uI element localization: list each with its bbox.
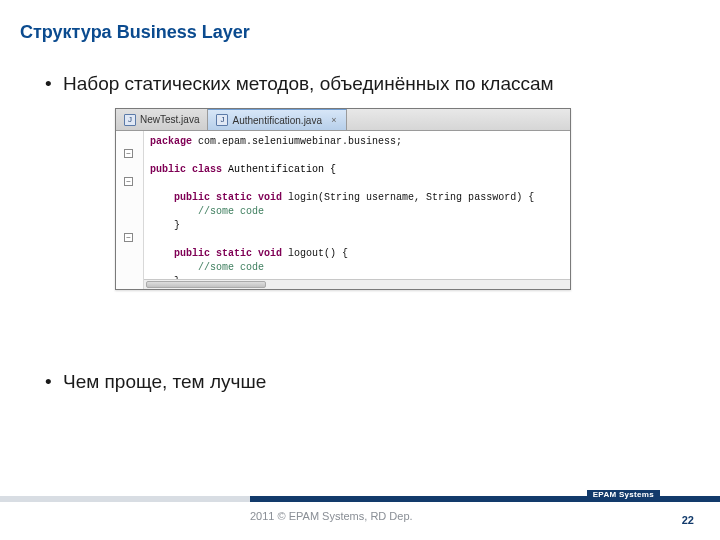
- gutter: − − −: [116, 131, 144, 289]
- keyword: package: [150, 136, 192, 147]
- bullet-list-1: • Набор статических методов, объединённы…: [45, 72, 665, 102]
- ide-window: J NewTest.java J Authentification.java ×…: [115, 108, 571, 290]
- comment: //some code: [198, 206, 264, 217]
- java-file-icon: J: [216, 114, 228, 126]
- code-text: Authentification {: [222, 164, 336, 175]
- code-text: com.epam.seleniumwebinar.business;: [192, 136, 402, 147]
- keyword: public: [174, 192, 210, 203]
- scrollbar-thumb[interactable]: [146, 281, 266, 288]
- horizontal-scrollbar[interactable]: [144, 279, 570, 289]
- page-number: 22: [682, 514, 694, 526]
- tab-newtest[interactable]: J NewTest.java: [116, 109, 208, 130]
- comment: //some code: [198, 262, 264, 273]
- footer-bar-light: [0, 496, 250, 502]
- keyword: static: [216, 248, 252, 259]
- code-text: }: [174, 220, 180, 231]
- bullet-item: • Набор статических методов, объединённы…: [45, 72, 665, 96]
- slide-title: Структура Business Layer: [20, 22, 250, 43]
- keyword: public: [174, 248, 210, 259]
- bullet-dot-icon: •: [45, 370, 63, 394]
- fold-toggle-icon[interactable]: −: [124, 177, 133, 186]
- footer-brand: EPAM Systems: [587, 490, 660, 498]
- keyword: class: [192, 164, 222, 175]
- bullet-list-2: • Чем проще, тем лучше: [45, 370, 665, 400]
- footer-copyright: 2011 © EPAM Systems, RD Dep.: [250, 510, 413, 522]
- keyword: public: [150, 164, 186, 175]
- fold-toggle-icon[interactable]: −: [124, 149, 133, 158]
- code-text: login(String username, String password) …: [282, 192, 534, 203]
- slide: Структура Business Layer • Набор статиче…: [0, 0, 720, 540]
- keyword: static: [216, 192, 252, 203]
- tab-label: Authentification.java: [232, 115, 322, 126]
- tab-label: NewTest.java: [140, 114, 199, 125]
- footer: EPAM Systems 2011 © EPAM Systems, RD Dep…: [0, 490, 720, 540]
- code-area[interactable]: package com.epam.seleniumwebinar.busines…: [144, 131, 570, 289]
- bullet-item: • Чем проще, тем лучше: [45, 370, 665, 394]
- bullet-dot-icon: •: [45, 72, 63, 96]
- bullet-text: Набор статических методов, объединённых …: [63, 72, 665, 96]
- bullet-text: Чем проще, тем лучше: [63, 370, 665, 394]
- editor-body: − − − package com.epam.seleniumwebinar.b…: [116, 131, 570, 289]
- editor-tabs: J NewTest.java J Authentification.java ×: [116, 109, 570, 131]
- keyword: void: [258, 192, 282, 203]
- java-file-icon: J: [124, 114, 136, 126]
- keyword: void: [258, 248, 282, 259]
- fold-toggle-icon[interactable]: −: [124, 233, 133, 242]
- close-icon[interactable]: ×: [330, 116, 338, 124]
- code-text: logout() {: [282, 248, 348, 259]
- tab-authentification[interactable]: J Authentification.java ×: [208, 109, 347, 130]
